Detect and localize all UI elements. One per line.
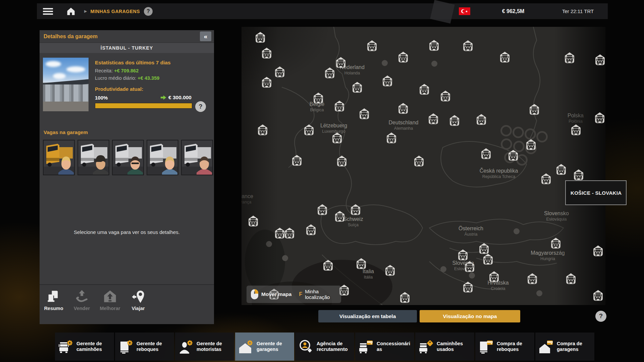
summary-button[interactable]: Resumo bbox=[40, 285, 68, 324]
map-controls-hint: Mover mapa F Minha localização bbox=[247, 286, 341, 303]
undiscovered-garage-ring bbox=[525, 128, 536, 140]
garage-marker[interactable] bbox=[334, 100, 345, 112]
bottom-navigation: Gerente de caminhões Gerente de reboques… bbox=[55, 333, 594, 361]
nav-recruitment-agency[interactable]: Agência de recrutamento bbox=[295, 333, 354, 361]
move-map-label: Mover mapa bbox=[261, 291, 291, 297]
garage-marker[interactable] bbox=[476, 114, 487, 125]
garages-map[interactable]: NederlandHolanda BelgiëBélgica Lëtzebuer… bbox=[241, 27, 605, 305]
garage-marker[interactable] bbox=[462, 281, 474, 293]
map-view-button[interactable]: Visualização no mapa bbox=[420, 310, 520, 322]
garage-slot-3[interactable] bbox=[112, 140, 144, 175]
garage-marker[interactable] bbox=[570, 124, 582, 135]
garage-marker[interactable] bbox=[317, 204, 328, 215]
garage-marker[interactable] bbox=[334, 210, 345, 222]
garage-slot-1[interactable] bbox=[43, 140, 75, 175]
garage-marker[interactable] bbox=[399, 292, 411, 303]
garage-marker[interactable] bbox=[274, 66, 285, 77]
garage-marker[interactable] bbox=[592, 245, 604, 256]
used-trucks-icon bbox=[418, 339, 434, 355]
garage-marker[interactable] bbox=[386, 132, 397, 143]
garage-marker[interactable] bbox=[592, 290, 604, 301]
home-icon[interactable] bbox=[66, 7, 75, 16]
garage-marker[interactable] bbox=[482, 253, 494, 265]
garage-marker[interactable] bbox=[529, 104, 540, 115]
garage-marker[interactable] bbox=[397, 51, 409, 63]
garage-marker[interactable] bbox=[462, 40, 474, 51]
garage-marker[interactable] bbox=[384, 264, 396, 276]
turkey-flag-icon: ★ bbox=[459, 7, 470, 16]
garage-marker[interactable] bbox=[413, 155, 425, 167]
garage-marker[interactable] bbox=[324, 67, 335, 78]
garage-marker[interactable] bbox=[397, 103, 409, 114]
garage-marker[interactable] bbox=[507, 149, 519, 161]
garage-marker[interactable] bbox=[550, 237, 561, 249]
nav-trailer-purchase[interactable]: Compra de reboques bbox=[475, 333, 534, 361]
garage-marker[interactable] bbox=[305, 224, 317, 235]
garage-marker[interactable] bbox=[248, 215, 259, 227]
garage-marker[interactable] bbox=[457, 249, 469, 260]
garage-marker[interactable] bbox=[540, 173, 552, 184]
nav-garage-purchase[interactable]: Compra de garagens bbox=[535, 333, 594, 361]
garage-marker[interactable] bbox=[449, 115, 460, 126]
garage-marker[interactable] bbox=[488, 271, 500, 282]
garage-marker[interactable] bbox=[527, 273, 538, 284]
garage-marker[interactable] bbox=[440, 90, 451, 102]
garage-marker[interactable] bbox=[336, 155, 347, 167]
garage-marker[interactable] bbox=[366, 40, 378, 51]
garage-marker[interactable] bbox=[419, 83, 430, 95]
garage-marker[interactable] bbox=[594, 54, 605, 65]
garage-marker[interactable] bbox=[350, 204, 361, 215]
menu-icon[interactable] bbox=[43, 7, 53, 16]
garage-slot-5[interactable] bbox=[181, 140, 213, 175]
travel-button[interactable]: Viajar bbox=[124, 285, 152, 324]
table-view-button[interactable]: Visualização em tabela bbox=[318, 310, 417, 322]
city-dot bbox=[536, 290, 542, 296]
garage-marker[interactable] bbox=[335, 57, 346, 68]
garage-marker[interactable] bbox=[565, 273, 577, 284]
garage-marker[interactable] bbox=[564, 52, 575, 63]
garage-marker[interactable] bbox=[499, 51, 511, 63]
garage-slot-2[interactable] bbox=[77, 140, 109, 175]
map-help-button[interactable]: ? bbox=[595, 311, 606, 322]
garage-marker[interactable] bbox=[261, 47, 272, 59]
garage-marker[interactable] bbox=[428, 113, 439, 124]
garage-marker[interactable] bbox=[303, 124, 315, 135]
nav-trailer-manager[interactable]: Gerente de reboques bbox=[115, 333, 174, 361]
breadcrumb[interactable]: MINHAS GARAGENS bbox=[90, 9, 140, 14]
garage-marker[interactable] bbox=[359, 108, 370, 119]
garage-marker[interactable] bbox=[331, 132, 343, 143]
garage-marker[interactable] bbox=[352, 81, 363, 93]
garage-marker[interactable] bbox=[322, 259, 334, 271]
garage-marker[interactable] bbox=[464, 261, 475, 272]
garage-marker[interactable] bbox=[525, 139, 537, 150]
nav-dealerships[interactable]: Concessionárias bbox=[355, 333, 414, 361]
garage-marker[interactable] bbox=[594, 112, 605, 123]
garage-marker[interactable] bbox=[356, 258, 367, 269]
nav-garage-manager[interactable]: Gerente de garagens bbox=[235, 333, 294, 361]
panel-actions-bar: Resumo Vender Melhorar bbox=[40, 284, 214, 324]
breadcrumb-help-button[interactable]: ? bbox=[144, 7, 153, 16]
nav-truck-manager[interactable]: Gerente de caminhões bbox=[55, 333, 114, 361]
garage-marker[interactable] bbox=[255, 32, 266, 43]
garage-slot-4[interactable] bbox=[147, 140, 178, 175]
trailer-gear-icon bbox=[118, 339, 134, 355]
nav-label: Gerente de motoristas bbox=[197, 341, 231, 353]
nav-driver-manager[interactable]: Gerente de motoristas bbox=[175, 333, 234, 361]
garage-marker[interactable] bbox=[480, 148, 492, 159]
productivity-help-button[interactable]: ? bbox=[195, 101, 206, 112]
travel-icon bbox=[131, 289, 146, 304]
nav-used-trucks[interactable]: Caminhões usados bbox=[415, 333, 474, 361]
garage-marker[interactable] bbox=[284, 227, 295, 239]
garage-marker[interactable] bbox=[257, 124, 268, 135]
garage-marker[interactable] bbox=[555, 164, 567, 175]
garage-marker[interactable] bbox=[291, 155, 303, 166]
garage-ground-shape bbox=[43, 102, 89, 111]
garage-marker[interactable] bbox=[261, 76, 272, 88]
garage-marker[interactable] bbox=[313, 92, 324, 104]
garage-marker[interactable] bbox=[382, 75, 393, 86]
garage-marker[interactable] bbox=[478, 243, 490, 254]
garage-marker[interactable] bbox=[428, 40, 440, 51]
collapse-panel-button[interactable]: « bbox=[200, 32, 211, 41]
city-dot bbox=[431, 61, 437, 67]
garage-marker[interactable] bbox=[573, 169, 584, 180]
